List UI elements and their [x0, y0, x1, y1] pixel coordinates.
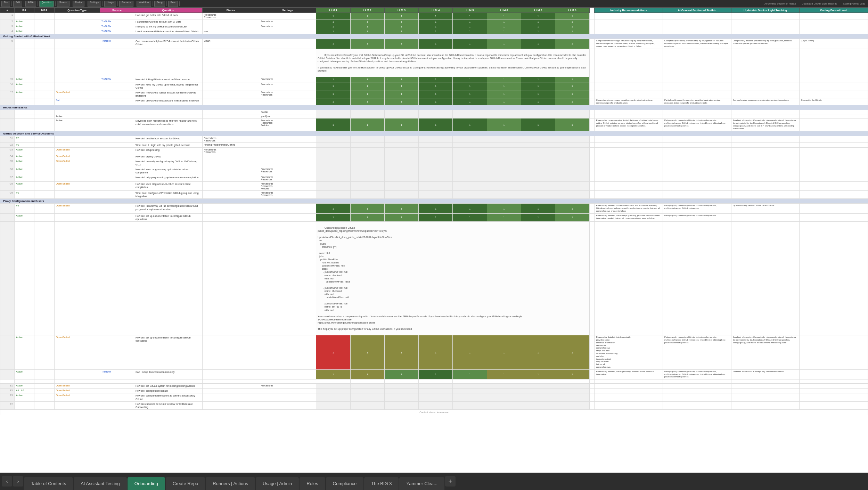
- row-num: [0, 369, 15, 379]
- toolbar-aria[interactable]: ARIA: [25, 1, 36, 7]
- cell-ai-gen: [663, 19, 731, 24]
- cell-finder: [202, 159, 259, 167]
- divider8: [117, 1, 118, 6]
- cell-ra: Active: [14, 82, 34, 90]
- cell-question[interactable]: What can I if I login with my private gi…: [134, 142, 203, 147]
- cell-question[interactable]: [134, 114, 203, 119]
- cell-question[interactable]: How do I Intranet/my GitHub set/configur…: [134, 204, 203, 213]
- cell-ra: [14, 39, 34, 49]
- tab-roles[interactable]: Roles: [300, 477, 325, 490]
- tab-ai[interactable]: AI Assistant Testing: [74, 477, 127, 490]
- toolbar-usage[interactable]: Usage: [104, 1, 116, 7]
- tab-onboarding[interactable]: Onboarding: [128, 477, 165, 490]
- toolbar-role[interactable]: Role: [168, 1, 178, 7]
- col-docker: Updatable Docker Light Tracking: [731, 8, 800, 13]
- cell-question[interactable]: I'm trying to link my GitHub account wit…: [134, 24, 203, 29]
- score-cell: 1: [384, 82, 418, 90]
- toolbar-file[interactable]: File: [1, 1, 10, 7]
- tab-prev-btn[interactable]: ‹: [2, 476, 12, 487]
- cell-question[interactable]: What can I configure of Promotion GitHub…: [134, 191, 203, 199]
- cell-question[interactable]: How do I configure permissions to connec…: [134, 393, 203, 401]
- toolbar-edit[interactable]: Edit: [13, 1, 22, 7]
- toolbar-workflow[interactable]: Workflow: [137, 1, 152, 7]
- cell-question[interactable]: How do I linking GitHub account to GitHu…: [134, 77, 203, 82]
- tab-usage-admin[interactable]: Usage | Admin: [256, 477, 299, 490]
- cell-question[interactable]: How do I keep program up-to-return to re…: [134, 182, 203, 191]
- large-content-row: If you do not have/transfer your limit G…: [0, 49, 868, 77]
- toolbar-finder[interactable]: Finder: [73, 1, 84, 7]
- cell-question[interactable]: How do I deploy GitHub: [134, 154, 203, 159]
- cell-src: [100, 167, 134, 175]
- cell-finder: -----: [202, 29, 259, 34]
- cell-question[interactable]: Can I setup documentation remotely: [134, 369, 203, 379]
- score-cell: 1: [316, 90, 350, 98]
- cell-settings: Procedures Resources: [259, 175, 316, 182]
- cell-docker: [731, 90, 800, 98]
- cell-question[interactable]: How do I set up documentation to configu…: [134, 335, 203, 370]
- cell-question[interactable]: How do resources be set-up to show for G…: [134, 401, 203, 409]
- cell-question[interactable]: How do I keep programming up-to-date for…: [134, 167, 203, 175]
- tab-big3[interactable]: The BIG 3: [364, 477, 399, 490]
- cell-large-content: If you do not have/transfer your limit G…: [316, 49, 589, 77]
- cell-coding: [800, 24, 868, 29]
- toolbar-source[interactable]: Source: [57, 1, 69, 7]
- score-cell-empty: [384, 384, 418, 389]
- cell-coding: [800, 119, 868, 131]
- cell-docker: Excellent information. Conceptually refe…: [731, 369, 800, 379]
- score-cell: 1: [384, 39, 418, 49]
- row-num: G4: [0, 154, 15, 159]
- tab-create-repo[interactable]: Create Repo: [166, 477, 205, 490]
- cell-question[interactable]: How do I set GitLab system for missing/m…: [134, 384, 203, 389]
- cell-question[interactable]: How do I set up documentation to configu…: [134, 213, 203, 221]
- cell-question[interactable]: How do I keep my GitHub up-to-date, how …: [134, 82, 203, 90]
- toolbar-song[interactable]: Song: [154, 1, 165, 7]
- score-cell-empty: [419, 401, 453, 409]
- cell-industry-rec: Reasonably detailed, builds gradually, p…: [595, 369, 663, 379]
- cell-question[interactable]: Can I create marketplace/BYOA account fo…: [134, 39, 203, 49]
- cell-question[interactable]: How do I help programming up-to-return n…: [134, 175, 203, 182]
- toolbar-question[interactable]: Question: [39, 1, 54, 7]
- tab-yammer[interactable]: Yammer Clea...: [399, 477, 444, 490]
- score-cell: 1: [316, 98, 350, 105]
- score-cell: 1: [316, 213, 350, 221]
- tab-runners-actions[interactable]: Runners | Actions: [206, 477, 255, 490]
- score-cell: 1: [350, 213, 384, 221]
- cell-type: Pub: [54, 98, 100, 105]
- data-row: G1 PS How do I troubleshoot account for …: [0, 136, 868, 142]
- cell-question[interactable]: Maybe it's I join repositories to find '…: [134, 119, 203, 131]
- score-cell: 1: [555, 13, 589, 19]
- cell-question[interactable]: How do I get better with GitHub at work: [134, 13, 203, 19]
- tab-toc[interactable]: Table of Contents: [24, 477, 73, 490]
- cell-question[interactable]: I transferred GitHubs account with G-Sui…: [134, 19, 203, 24]
- cell-coding: [800, 175, 868, 182]
- section-label: Repository Basics: [0, 105, 868, 110]
- score-cell-empty: [555, 182, 589, 191]
- cell-question[interactable]: I want to remove GitHub account for dele…: [134, 29, 203, 34]
- cell-question[interactable]: How do I use GitHub/Infrastructure in re…: [134, 98, 203, 105]
- toolbar-settings[interactable]: Settings: [88, 1, 101, 7]
- cell-question[interactable]: How do I configuration update: [134, 389, 203, 393]
- empty-cell: [595, 379, 663, 384]
- tab-next-btn[interactable]: ›: [13, 476, 23, 487]
- cell-question[interactable]: How do I find GitHub license account for…: [134, 90, 203, 98]
- cell-question[interactable]: [134, 110, 203, 114]
- score-cell-empty: [487, 114, 521, 119]
- toolbar-runners[interactable]: Runners: [119, 1, 133, 7]
- cell-mra: [34, 24, 54, 29]
- cell-question[interactable]: How do I troubleshoot account for GitHub: [134, 136, 203, 142]
- docker-label: Updatable Docker Light Tracking: [801, 2, 839, 5]
- score-cell-empty: [350, 136, 384, 142]
- cell-src: [100, 98, 134, 105]
- cell-ai-gen: [663, 13, 731, 19]
- cell-question[interactable]: How do I manually configure/deploy DNS f…: [134, 159, 203, 167]
- spreadsheet[interactable]: # RA MRA Question Type Source Question F…: [0, 8, 868, 480]
- tab-compliance[interactable]: Compliance: [326, 477, 364, 490]
- score-cell-empty: [419, 136, 453, 142]
- cell-question[interactable]: How do I setup testing: [134, 147, 203, 154]
- row-num: [0, 114, 15, 119]
- cell-settings: [259, 147, 316, 154]
- empty-cell: [202, 379, 259, 384]
- cell-type: [54, 82, 100, 90]
- cell-settings: [259, 159, 316, 167]
- tab-add-btn[interactable]: +: [445, 476, 456, 487]
